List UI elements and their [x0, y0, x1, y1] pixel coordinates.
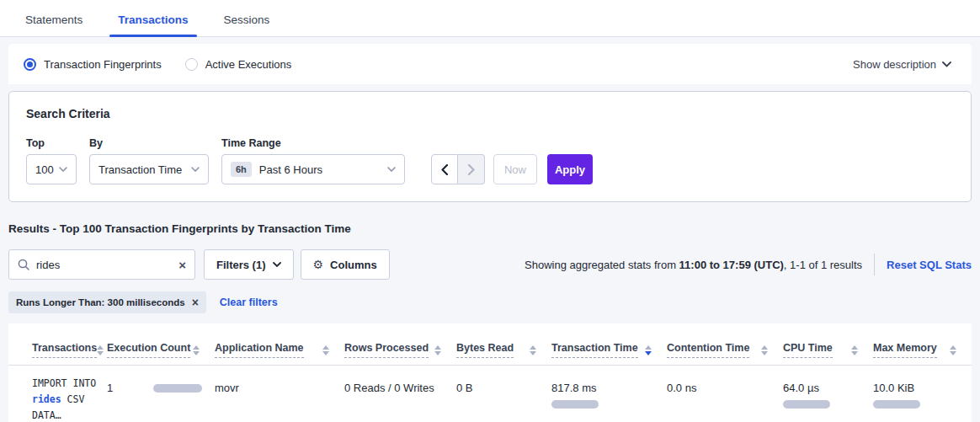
cell-transaction-time: 817.8 ms	[551, 366, 667, 422]
now-button[interactable]: Now	[493, 154, 537, 184]
by-value: Transaction Time	[99, 163, 182, 176]
by-field: By Transaction Time	[89, 137, 209, 184]
search-input[interactable]	[36, 259, 178, 271]
time-range-field: Time Range 6h Past 6 Hours	[221, 137, 405, 184]
panel-title: Search Criteria	[26, 107, 954, 120]
time-nav-group	[431, 154, 485, 184]
view-toggle-bar: Transaction Fingerprints Active Executio…	[8, 44, 972, 84]
columns-button[interactable]: ⚙ Columns	[301, 249, 390, 280]
chevron-down-icon	[59, 167, 67, 172]
execution-count-bar	[153, 384, 202, 393]
search-criteria-panel: Search Criteria Top 100 By Transaction T…	[8, 91, 972, 202]
chevron-down-icon	[387, 167, 396, 172]
time-range-value: Past 6 Hours	[259, 163, 322, 176]
next-time-button[interactable]	[458, 154, 485, 184]
cell-rows-processed: 0 Reads / 0 Writes	[344, 366, 456, 422]
cpu-time-bar	[783, 400, 830, 409]
sort-icon[interactable]	[950, 345, 956, 355]
sort-icon[interactable]	[322, 345, 329, 355]
chevron-down-icon	[191, 167, 200, 172]
clear-search-icon[interactable]: ×	[178, 259, 186, 271]
radio-selected-icon	[24, 58, 36, 71]
chevron-down-icon	[942, 61, 951, 67]
rides-table-link[interactable]: rides	[32, 393, 61, 405]
show-description-label: Show description	[853, 58, 936, 71]
tab-bar: Statements Transactions Sessions	[0, 0, 980, 37]
top-label: Top	[26, 137, 77, 149]
sort-icon[interactable]	[434, 345, 441, 355]
col-header-execution-count[interactable]: Execution Count	[107, 330, 215, 366]
cell-application-name: movr	[215, 366, 344, 422]
sort-icon[interactable]	[97, 345, 104, 355]
results-table-card: Transactions Execution Count Application…	[8, 323, 972, 422]
reset-sql-stats-link[interactable]: Reset SQL Stats	[887, 259, 972, 271]
radio-label: Transaction Fingerprints	[44, 58, 162, 71]
filters-label: Filters (1)	[216, 259, 266, 271]
cell-contention-time: 0.0 ns	[667, 366, 783, 422]
col-header-bytes-read[interactable]: Bytes Read	[456, 330, 551, 366]
cell-bytes-read: 0 B	[456, 366, 551, 422]
sort-icon[interactable]	[851, 345, 858, 355]
sort-icon[interactable]	[761, 345, 768, 355]
by-select[interactable]: Transaction Time	[89, 154, 209, 184]
table-row: IMPORT INTO rides CSV DATA… 1 movr 0 Rea…	[8, 366, 972, 422]
aggregated-stats: Showing aggregated stats from 11:00 to 1…	[525, 254, 972, 275]
by-label: By	[89, 137, 209, 149]
cell-cpu-time: 64.0 µs	[783, 366, 873, 422]
time-range-select[interactable]: 6h Past 6 Hours	[221, 154, 405, 184]
col-header-max-memory[interactable]: Max Memory	[873, 330, 972, 366]
col-header-cpu-time[interactable]: CPU Time	[783, 330, 873, 366]
chevron-down-icon	[273, 262, 281, 267]
show-description-toggle[interactable]: Show description	[853, 58, 951, 71]
table-header-row: Transactions Execution Count Application…	[8, 330, 972, 366]
top-select[interactable]: 100	[26, 154, 77, 184]
tab-transactions[interactable]: Transactions	[109, 13, 196, 36]
col-header-rows-processed[interactable]: Rows Processed	[344, 330, 456, 366]
radio-transaction-fingerprints[interactable]: Transaction Fingerprints	[24, 58, 162, 71]
apply-button[interactable]: Apply	[547, 154, 593, 184]
filters-button[interactable]: Filters (1)	[204, 249, 294, 280]
clear-filters-link[interactable]: Clear filters	[220, 296, 278, 308]
gear-icon: ⚙	[313, 258, 324, 271]
sort-icon[interactable]	[530, 345, 536, 355]
tab-statements[interactable]: Statements	[17, 13, 91, 36]
chevron-left-icon	[441, 164, 448, 175]
sort-icon[interactable]	[645, 345, 652, 355]
max-memory-bar	[873, 400, 920, 409]
top-value: 100	[35, 163, 54, 176]
radio-unselected-icon	[185, 58, 198, 71]
col-header-contention-time[interactable]: Contention Time	[667, 330, 783, 366]
remove-filter-icon[interactable]: ×	[192, 296, 199, 308]
transaction-time-bar	[551, 400, 599, 409]
time-range-badge: 6h	[231, 162, 252, 177]
active-filters-row: Runs Longer Than: 300 milliseconds × Cle…	[8, 291, 972, 313]
col-header-transactions[interactable]: Transactions	[8, 330, 107, 366]
stats-text: Showing aggregated stats from 11:00 to 1…	[525, 259, 862, 271]
chevron-right-icon	[468, 164, 475, 175]
columns-label: Columns	[330, 259, 377, 271]
sort-icon[interactable]	[193, 345, 200, 355]
transactions-table: Transactions Execution Count Application…	[8, 330, 972, 422]
radio-active-executions[interactable]: Active Executions	[185, 58, 292, 71]
cell-execution-count: 1	[107, 366, 215, 422]
cell-transaction: IMPORT INTO rides CSV DATA…	[8, 366, 107, 422]
results-heading: Results - Top 100 Transaction Fingerprin…	[8, 222, 972, 235]
top-field: Top 100	[26, 137, 77, 184]
radio-label: Active Executions	[205, 58, 292, 71]
divider	[874, 254, 875, 275]
time-range-label: Time Range	[221, 137, 405, 149]
col-header-transaction-time[interactable]: Transaction Time	[551, 330, 667, 366]
previous-time-button[interactable]	[431, 154, 458, 184]
col-header-application-name[interactable]: Application Name	[215, 330, 344, 366]
filter-chip-label: Runs Longer Than: 300 milliseconds	[16, 297, 185, 307]
results-controls: × Filters (1) ⚙ Columns Showing aggregat…	[8, 249, 972, 280]
cell-max-memory: 10.0 KiB	[873, 366, 972, 422]
transaction-fingerprint-link[interactable]: IMPORT INTO rides CSV DATA…	[32, 376, 107, 422]
search-icon	[18, 259, 29, 270]
search-box: ×	[8, 249, 195, 280]
tab-sessions[interactable]: Sessions	[216, 13, 279, 36]
filter-chip: Runs Longer Than: 300 milliseconds ×	[8, 291, 206, 313]
